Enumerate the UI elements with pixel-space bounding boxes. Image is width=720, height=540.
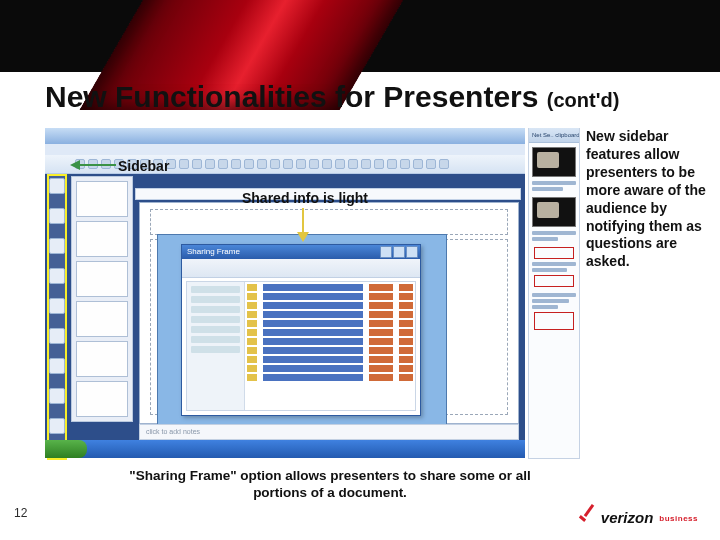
netpane-header: Net Se.. clipboard [529,128,579,143]
title-sub: (cont'd) [547,89,620,111]
sharing-frame-title-text: Sharing Frame [187,247,240,256]
title-main: New Functionalities for Presenters [45,80,547,113]
sharing-frame-body [186,281,416,411]
pp-notes-pane: click to add notes [139,424,519,440]
arrow-to-sidebar [70,160,116,170]
slide-title: New Functionalities for Presenters (cont… [45,80,695,114]
highlighted-option [534,247,574,259]
pp-slide-thumbnails [71,176,133,422]
sidebar-annotation-label: Sidebar [118,158,169,174]
sharing-frame-navpane [187,282,245,410]
highlighted-option [534,275,574,287]
sharing-frame-filelist [247,284,413,408]
start-button [45,440,87,458]
embedded-powerpoint-screenshot: Sharing Frame click to add note [45,128,525,458]
title-placeholder [150,209,508,235]
pp-titlebar [45,128,525,144]
page-number: 12 [14,506,27,520]
logo-brand: verizon [601,509,654,526]
webcam-thumbnail [532,197,576,227]
verizon-check-icon [579,510,597,526]
description-text: New sidebar features allow presenters to… [586,128,714,271]
pp-sidebar-icons [49,178,65,434]
verizon-business-logo: verizon business [579,509,698,526]
highlighted-option [534,312,574,330]
sharing-frame-toolbar [182,259,420,278]
pp-menubar [45,144,525,155]
conferencing-sidebar-pane: Net Se.. clipboard [528,128,580,459]
sharing-frame-titlebar: Sharing Frame [182,245,420,259]
logo-unit: business [659,514,698,523]
shared-annotation-label: Shared info is light [205,190,405,206]
arrow-to-shared [297,208,309,242]
windows-taskbar [45,440,525,458]
bottom-caption: "Sharing Frame" option allows presenters… [120,468,540,502]
top-banner [0,0,720,72]
webcam-thumbnail [532,147,576,177]
sharing-frame-window: Sharing Frame [181,244,421,416]
window-controls [380,246,418,258]
